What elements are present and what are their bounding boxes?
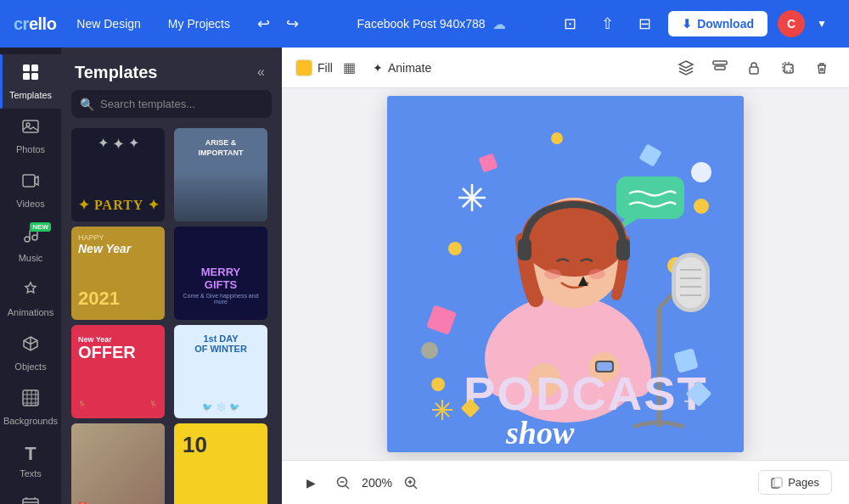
canvas-toolbar: Fill ▦ ✦ Animate xyxy=(282,48,849,88)
svg-point-23 xyxy=(448,242,462,255)
layers-icon[interactable] xyxy=(672,54,700,81)
user-avatar[interactable]: C xyxy=(778,10,805,37)
my-projects-button[interactable]: My Projects xyxy=(161,14,237,34)
cloud-save-icon: ☁ xyxy=(492,16,506,32)
animations-icon xyxy=(21,280,40,304)
duplicate-icon[interactable] xyxy=(774,54,801,81)
search-icon: 🔍 xyxy=(80,98,94,111)
svg-point-8 xyxy=(32,235,37,240)
svg-text:show: show xyxy=(505,415,575,451)
templates-label: Templates xyxy=(9,90,52,100)
videos-label: Videos xyxy=(16,199,44,209)
texts-label: Texts xyxy=(20,468,42,479)
svg-point-27 xyxy=(551,132,563,144)
svg-rect-50 xyxy=(616,238,630,260)
svg-rect-1 xyxy=(31,64,38,71)
sidebar-item-videos[interactable]: Videos xyxy=(0,163,61,217)
objects-icon xyxy=(21,334,40,358)
template-card[interactable]: ✦✦✦ ✦ PARTY ✦ xyxy=(71,128,165,221)
download-icon: ⬇ xyxy=(682,17,692,31)
app-logo: crello xyxy=(14,14,56,34)
backgrounds-label: Backgrounds xyxy=(3,416,58,426)
fill-button[interactable]: Fill xyxy=(295,59,333,76)
nav-right-actions: ⊡ ⇧ ⊟ ⬇ Download C ▼ xyxy=(556,10,835,37)
svg-point-48 xyxy=(521,200,627,277)
svg-point-25 xyxy=(431,378,445,391)
music-label: Music xyxy=(19,253,43,263)
search-input[interactable] xyxy=(71,90,272,118)
template-card[interactable]: New Year OFFER 🦌 🦌 xyxy=(71,325,165,418)
svg-rect-44 xyxy=(616,176,684,219)
new-design-button[interactable]: New Design xyxy=(70,14,147,34)
svg-line-75 xyxy=(413,485,417,489)
present-icon[interactable]: ⊟ xyxy=(631,10,658,37)
svg-rect-60 xyxy=(676,257,706,308)
canvas-toolbar-right xyxy=(672,54,835,81)
template-card[interactable]: 10 need to know xyxy=(174,423,267,504)
sidebar-item-objects[interactable]: Objects xyxy=(0,326,61,380)
template-card[interactable]: 1st DAY OF WINTER 🐦❄️🐦 xyxy=(174,325,267,418)
objects-label: Objects xyxy=(14,361,46,372)
sidebar-item-animations[interactable]: Animations xyxy=(0,272,61,326)
download-button[interactable]: ⬇ Download xyxy=(668,11,767,36)
zoom-in-button[interactable] xyxy=(401,473,421,493)
sidebar-item-music[interactable]: NEW Music xyxy=(0,217,61,272)
animate-button[interactable]: ✦ Animate xyxy=(366,58,438,78)
bottom-controls: ▶ 200% xyxy=(299,471,421,495)
pages-button[interactable]: Pages xyxy=(758,470,832,495)
templates-icon xyxy=(21,63,40,87)
svg-rect-17 xyxy=(713,61,727,64)
svg-rect-77 xyxy=(774,478,782,487)
photos-label: Photos xyxy=(16,144,45,154)
myfiles-icon xyxy=(21,496,40,504)
user-menu-chevron[interactable]: ▼ xyxy=(808,10,835,37)
svg-rect-4 xyxy=(23,120,38,132)
svg-text:PODCAST: PODCAST xyxy=(464,367,708,420)
template-card[interactable]: ARISE &IMPORTANT xyxy=(174,128,267,221)
template-card[interactable]: HAPPY New Year 2021 xyxy=(71,227,165,320)
canvas-bottom: ▶ 200% Pages xyxy=(282,460,849,504)
preview-icon[interactable]: ⊡ xyxy=(556,10,583,37)
svg-rect-16 xyxy=(23,499,38,504)
checker-icon[interactable]: ▦ xyxy=(343,59,356,76)
sidebar-item-texts[interactable]: T Texts xyxy=(0,434,61,487)
svg-rect-18 xyxy=(715,66,725,70)
sidebar-item-backgrounds[interactable]: Backgrounds xyxy=(0,380,61,434)
svg-rect-3 xyxy=(31,73,38,80)
videos-icon xyxy=(21,171,40,195)
svg-rect-49 xyxy=(518,238,531,260)
sidebar-icons: Templates Photos Videos NEW xyxy=(0,48,61,504)
delete-icon[interactable] xyxy=(808,54,835,81)
texts-icon: T xyxy=(25,443,36,465)
zoom-level: 200% xyxy=(360,476,394,490)
templates-panel: Templates « 🔍 ✦✦✦ ✦ PARTY ✦ ARI xyxy=(61,48,282,504)
share-icon[interactable]: ⇧ xyxy=(593,10,621,37)
svg-rect-19 xyxy=(750,67,758,74)
sidebar-item-templates[interactable]: Templates xyxy=(0,54,61,109)
template-card[interactable]: MERRY GIFTS Come & Give happiness and mo… xyxy=(174,227,267,320)
canvas-frame[interactable]: PODCAST show xyxy=(387,96,744,452)
svg-point-26 xyxy=(694,199,709,214)
fill-label: Fill xyxy=(318,61,333,75)
svg-point-7 xyxy=(25,237,30,242)
collapse-panel-button[interactable]: « xyxy=(254,61,268,83)
sidebar-item-photos[interactable]: Photos xyxy=(0,109,61,163)
main-area: Templates Photos Videos NEW xyxy=(0,48,849,504)
play-button[interactable]: ▶ xyxy=(299,471,323,495)
svg-rect-2 xyxy=(23,73,30,80)
svg-point-42 xyxy=(691,162,711,182)
sidebar-item-myfiles[interactable]: My Files xyxy=(0,487,61,504)
template-card[interactable]: 📅 need to know xyxy=(71,423,165,504)
zoom-out-button[interactable] xyxy=(333,473,353,493)
undo-button[interactable]: ↩ xyxy=(250,10,278,37)
templates-header: Templates « xyxy=(61,48,282,90)
svg-point-51 xyxy=(544,269,561,279)
lock-icon[interactable] xyxy=(740,54,767,81)
fill-color-swatch xyxy=(295,59,312,76)
redo-button[interactable]: ↪ xyxy=(279,10,306,37)
search-box: 🔍 xyxy=(71,90,272,118)
template-grid: ✦✦✦ ✦ PARTY ✦ ARISE &IMPORTANT HAPPY New… xyxy=(61,128,282,504)
align-icon[interactable] xyxy=(706,54,734,81)
animations-label: Animations xyxy=(8,307,53,317)
backgrounds-icon xyxy=(21,389,40,412)
